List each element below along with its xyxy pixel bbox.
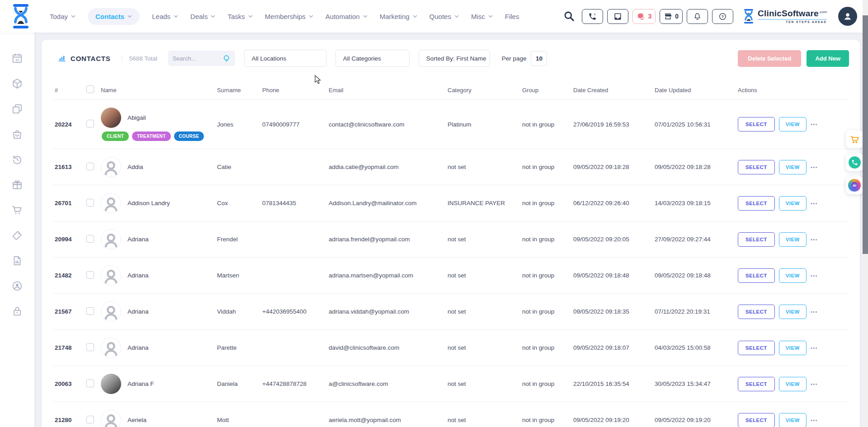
sidebar-item-history[interactable] bbox=[11, 154, 23, 165]
row-checkbox[interactable] bbox=[86, 235, 94, 243]
contact-avatar[interactable] bbox=[101, 338, 121, 358]
row-more-icon[interactable]: ••• bbox=[811, 201, 818, 206]
search-input[interactable] bbox=[173, 55, 220, 62]
row-more-icon[interactable]: ••• bbox=[811, 381, 818, 387]
view-button[interactable]: VIEW bbox=[779, 268, 807, 283]
row-more-icon[interactable]: ••• bbox=[811, 309, 818, 314]
sidebar-item-security[interactable] bbox=[11, 305, 23, 317]
row-checkbox[interactable] bbox=[86, 416, 94, 423]
row-more-icon[interactable]: ••• bbox=[811, 273, 818, 278]
inbox-button[interactable] bbox=[607, 9, 628, 24]
view-button[interactable]: VIEW bbox=[779, 341, 807, 355]
sidebar-item-gifts[interactable] bbox=[11, 179, 23, 191]
contact-avatar[interactable] bbox=[101, 229, 121, 249]
contact-avatar[interactable] bbox=[101, 193, 121, 213]
products-icon bbox=[11, 78, 23, 89]
sidebar-item-products[interactable] bbox=[11, 78, 23, 89]
row-more-icon[interactable]: ••• bbox=[811, 164, 818, 170]
view-button[interactable]: VIEW bbox=[779, 232, 807, 247]
sidebar-item-vouchers[interactable] bbox=[11, 230, 23, 241]
sidebar-item-accounts[interactable] bbox=[11, 280, 23, 292]
row-more-icon[interactable]: ••• bbox=[811, 418, 818, 423]
select-all-checkbox[interactable] bbox=[86, 85, 94, 93]
select-button[interactable]: SELECT bbox=[738, 305, 775, 319]
select-button[interactable]: SELECT bbox=[738, 196, 775, 211]
contact-group: not in group bbox=[522, 272, 573, 279]
contact-avatar[interactable] bbox=[101, 157, 121, 177]
call-widget-button[interactable] bbox=[846, 153, 863, 171]
notifications-button[interactable] bbox=[687, 9, 708, 24]
select-button[interactable]: SELECT bbox=[738, 268, 775, 283]
table-row: 20994AdrianaFrendeladriana.frendel@yopma… bbox=[52, 221, 849, 257]
search-icon[interactable] bbox=[563, 10, 575, 22]
ai-widget-button[interactable]: AI bbox=[846, 176, 863, 194]
nav-item-tasks[interactable]: Tasks bbox=[227, 13, 252, 20]
select-button[interactable]: SELECT bbox=[738, 160, 775, 174]
row-more-icon[interactable]: ••• bbox=[811, 237, 818, 242]
total-count: 5688 Total bbox=[122, 55, 157, 62]
nav-item-marketing[interactable]: Marketing bbox=[380, 13, 417, 20]
contact-date-updated: 09/05/2022 09:18:48 bbox=[655, 272, 738, 279]
view-button[interactable]: VIEW bbox=[779, 196, 807, 211]
user-avatar[interactable] bbox=[838, 7, 857, 26]
locations-filter[interactable]: All Locations bbox=[244, 50, 326, 67]
sidebar-item-reports[interactable] bbox=[11, 255, 23, 267]
chevron-down-icon bbox=[413, 15, 417, 18]
view-button[interactable]: VIEW bbox=[779, 305, 807, 319]
clinicsoftware-logo-icon[interactable] bbox=[11, 4, 31, 28]
search-submit-icon[interactable] bbox=[223, 55, 231, 62]
select-button[interactable]: SELECT bbox=[738, 413, 775, 427]
contact-avatar[interactable] bbox=[101, 265, 121, 286]
sidebar-item-calendar[interactable]: 12 bbox=[11, 52, 23, 64]
view-button[interactable]: VIEW bbox=[779, 413, 807, 427]
chat-notifications-button[interactable]: 3 bbox=[632, 9, 656, 24]
security-icon bbox=[11, 305, 23, 317]
view-button[interactable]: VIEW bbox=[779, 160, 807, 174]
help-button[interactable]: ? bbox=[712, 9, 733, 24]
scrollbar-track[interactable] bbox=[863, 0, 868, 427]
sidebar-item-checkin-bag[interactable] bbox=[11, 128, 23, 140]
row-more-icon[interactable]: ••• bbox=[811, 345, 818, 351]
contact-avatar[interactable] bbox=[101, 108, 121, 128]
nav-item-leads[interactable]: Leads bbox=[152, 13, 178, 20]
nav-item-contacts[interactable]: Contacts bbox=[88, 8, 140, 25]
nav-item-files[interactable]: Files bbox=[505, 13, 519, 20]
contact-avatar[interactable] bbox=[101, 301, 121, 322]
nav-item-quotes[interactable]: Quotes bbox=[429, 13, 459, 20]
accounts-icon bbox=[11, 280, 23, 292]
row-more-icon[interactable]: ••• bbox=[811, 122, 818, 127]
contact-avatar[interactable] bbox=[101, 374, 121, 394]
view-button[interactable]: VIEW bbox=[779, 377, 807, 391]
store-button[interactable]: 0 bbox=[660, 9, 683, 24]
row-checkbox[interactable] bbox=[86, 380, 94, 387]
nav-item-misc[interactable]: Misc bbox=[471, 13, 493, 20]
delete-selected-button[interactable]: Delete Selected bbox=[738, 50, 801, 67]
sidebar-item-pages[interactable] bbox=[11, 103, 23, 115]
sort-filter[interactable]: Sorted By: First Name bbox=[419, 50, 490, 67]
row-checkbox[interactable] bbox=[86, 199, 94, 206]
row-checkbox[interactable] bbox=[86, 271, 94, 279]
row-checkbox[interactable] bbox=[86, 120, 94, 127]
per-page-input[interactable] bbox=[531, 51, 547, 66]
select-button[interactable]: SELECT bbox=[738, 232, 775, 247]
select-button[interactable]: SELECT bbox=[738, 117, 775, 131]
contact-avatar[interactable] bbox=[101, 410, 121, 427]
cart-widget-button[interactable] bbox=[846, 130, 863, 148]
nav-item-automation[interactable]: Automation bbox=[326, 13, 368, 20]
scrollbar-thumb[interactable] bbox=[863, 15, 868, 254]
sidebar-item-cart[interactable] bbox=[11, 204, 23, 216]
row-checkbox[interactable] bbox=[86, 307, 94, 315]
row-checkbox[interactable] bbox=[86, 163, 94, 170]
row-checkbox[interactable] bbox=[86, 343, 94, 351]
nav-item-deals[interactable]: Deals bbox=[190, 13, 215, 20]
add-new-button[interactable]: Add New bbox=[807, 50, 849, 67]
chevron-down-icon bbox=[488, 15, 493, 18]
select-button[interactable]: SELECT bbox=[738, 341, 775, 355]
main-nav: TodayContactsLeadsDealsTasksMembershipsA… bbox=[50, 8, 519, 25]
select-button[interactable]: SELECT bbox=[738, 377, 775, 391]
view-button[interactable]: VIEW bbox=[779, 117, 807, 131]
nav-item-today[interactable]: Today bbox=[50, 13, 75, 20]
categories-filter[interactable]: All Categories bbox=[335, 50, 410, 67]
dialer-button[interactable] bbox=[582, 9, 603, 24]
nav-item-memberships[interactable]: Memberships bbox=[265, 13, 313, 20]
